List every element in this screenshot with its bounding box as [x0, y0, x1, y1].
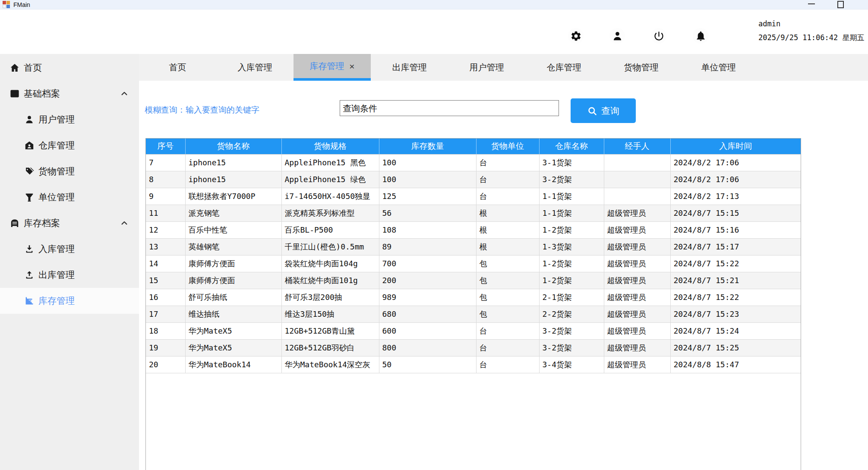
table-cell: 舒可乐3层200抽: [281, 289, 379, 306]
table-cell: 2-2货架: [539, 306, 604, 322]
table-cell: 维达抽纸: [185, 306, 281, 322]
column-header[interactable]: 序号: [146, 139, 185, 154]
table-row[interactable]: 7iphone15AppleiPhone15 黑色100台3-1货架2024/8…: [146, 154, 801, 171]
column-header[interactable]: 货物名称: [185, 139, 281, 154]
table-cell: 2024/8/7 15:24: [670, 322, 801, 339]
table-cell: 989: [379, 289, 476, 306]
table-cell: 680: [379, 306, 476, 322]
table-row[interactable]: 11派克钢笔派克精英系列标准型56根1-1货架超级管理员2024/8/7 15:…: [146, 205, 801, 221]
bell-icon[interactable]: [693, 28, 708, 44]
sidebar-item-home[interactable]: 首页: [0, 55, 139, 81]
table-cell: 56: [379, 205, 476, 221]
table-cell: 袋装红烧牛肉面104g: [281, 255, 379, 272]
chevron-up-icon[interactable]: [119, 88, 129, 99]
table-cell: 2-1货架: [539, 289, 604, 306]
tab-content: 模糊查询：输入要查询的关键字 查询 序号货物名称货物规格库存数量货物单位仓库名称…: [139, 81, 868, 470]
sidebar-item-base-archive[interactable]: 基础档案: [0, 81, 139, 107]
tab-users[interactable]: 用户管理: [448, 54, 525, 81]
table-cell: 1-2货架: [539, 255, 604, 272]
table-row[interactable]: 19华为MateX512GB+512GB羽砂白800台3-2货架超级管理员202…: [146, 339, 801, 356]
sidebar-item-units[interactable]: 单位管理: [0, 184, 139, 210]
table-row[interactable]: 20华为MateBook14华为MateBook14深空灰50台3-4货架超级管…: [146, 356, 801, 373]
tab-home[interactable]: 首页: [139, 54, 216, 81]
table-cell: 89: [379, 238, 476, 255]
sidebar-item-stock-archive[interactable]: 库存档案: [0, 210, 139, 236]
table-cell: 12: [146, 221, 185, 238]
table-cell: 20: [146, 356, 185, 373]
table-cell: 华为MateBook14深空灰: [281, 356, 379, 373]
table-cell: 200: [379, 272, 476, 289]
table-row[interactable]: 16舒可乐抽纸舒可乐3层200抽989包2-1货架超级管理员2024/8/7 1…: [146, 289, 801, 306]
table-row[interactable]: 14康师傅方便面袋装红烧牛肉面104g700包1-2货架超级管理员2024/8/…: [146, 255, 801, 272]
table-cell: 2024/8/7 15:16: [670, 221, 801, 238]
user-icon[interactable]: [609, 28, 625, 44]
sidebar-item-label: 基础档案: [24, 88, 60, 100]
sidebar-item-users[interactable]: 用户管理: [0, 107, 139, 132]
table-cell: 18: [146, 322, 185, 339]
table-cell: 包: [476, 289, 539, 306]
column-header[interactable]: 货物单位: [476, 139, 539, 154]
table-cell: iphone15: [185, 171, 281, 188]
table-header-row: 序号货物名称货物规格库存数量货物单位仓库名称经手人入库时间: [146, 139, 801, 154]
table-cell: 台: [476, 154, 539, 171]
table-row[interactable]: 9联想拯救者Y7000Pi7-14650HX-4050独显125台1-1货架20…: [146, 188, 801, 205]
table-cell: 派克精英系列标准型: [281, 205, 379, 221]
sidebar-item-label: 首页: [24, 62, 42, 74]
tab-goods[interactable]: 货物管理: [603, 54, 680, 81]
table-cell: 2024/8/7 15:22: [670, 255, 801, 272]
table-cell: 超级管理员: [604, 238, 670, 255]
sidebar-item-outbound[interactable]: 出库管理: [0, 262, 139, 288]
home-icon: [9, 63, 20, 73]
table-cell: 1-1货架: [539, 188, 604, 205]
column-header[interactable]: 仓库名称: [539, 139, 604, 154]
query-input[interactable]: [340, 100, 559, 116]
sidebar-item-warehouses[interactable]: 仓库管理: [0, 132, 139, 158]
tab-units[interactable]: 单位管理: [680, 54, 757, 81]
tab-warehouses[interactable]: 仓库管理: [525, 54, 603, 81]
query-button[interactable]: 查询: [571, 98, 636, 123]
sidebar-item-inbound[interactable]: 入库管理: [0, 236, 139, 262]
table-cell: 1-2货架: [539, 221, 604, 238]
close-icon[interactable]: ×: [349, 62, 354, 71]
maximize-button[interactable]: [837, 1, 844, 8]
tab-stock[interactable]: 库存管理×: [294, 54, 371, 81]
minimize-button[interactable]: [808, 3, 815, 4]
tab-inbound[interactable]: 入库管理: [216, 54, 294, 81]
app-header: admin 2025/9/25 11:06:42 星期五: [0, 10, 868, 54]
table-row[interactable]: 15康师傅方便面桶装红烧牛肉面101g200包1-2货架超级管理员2024/8/…: [146, 272, 801, 289]
tab-label: 单位管理: [701, 62, 736, 73]
column-header[interactable]: 经手人: [604, 139, 670, 154]
column-header[interactable]: 货物规格: [281, 139, 379, 154]
power-icon[interactable]: [651, 28, 666, 44]
sidebar-item-label: 用户管理: [38, 114, 75, 126]
tab-label: 出库管理: [392, 62, 427, 73]
table-row[interactable]: 17维达抽纸维达3层150抽680包2-2货架超级管理员2024/8/7 15:…: [146, 306, 801, 322]
table-cell: 台: [476, 322, 539, 339]
table-cell: 台: [476, 171, 539, 188]
column-header[interactable]: 库存数量: [379, 139, 476, 154]
table-cell: 100: [379, 154, 476, 171]
tab-outbound[interactable]: 出库管理: [371, 54, 448, 81]
table-cell: 台: [476, 188, 539, 205]
table-cell: 舒可乐抽纸: [185, 289, 281, 306]
tab-label: 首页: [169, 62, 186, 73]
table-row[interactable]: 12百乐中性笔百乐BL-P500108根1-2货架超级管理员2024/8/7 1…: [146, 221, 801, 238]
table-cell: 700: [379, 255, 476, 272]
table-cell: 超级管理员: [604, 221, 670, 238]
table-row[interactable]: 18华为MateX512GB+512GB青山黛600台3-2货架超级管理员202…: [146, 322, 801, 339]
table-cell: 2024/8/2 17:06: [670, 154, 801, 171]
column-header[interactable]: 入库时间: [670, 139, 801, 154]
table-cell: 1-2货架: [539, 272, 604, 289]
table-row[interactable]: 13英雄钢笔千里江山(橙色)0.5mm89根1-3货架超级管理员2024/8/7…: [146, 238, 801, 255]
table-cell: 包: [476, 306, 539, 322]
settings-icon[interactable]: [568, 28, 584, 44]
table-cell: 16: [146, 289, 185, 306]
table-cell: [604, 188, 670, 205]
table-row[interactable]: 8iphone15AppleiPhone15 绿色100台3-2货架2024/8…: [146, 171, 801, 188]
chevron-up-icon[interactable]: [119, 218, 129, 228]
main-panel: 首页入库管理库存管理×出库管理用户管理仓库管理货物管理单位管理 模糊查询：输入要…: [139, 54, 868, 470]
table-cell: 1-3货架: [539, 238, 604, 255]
table-cell: 百乐BL-P500: [281, 221, 379, 238]
sidebar-item-stock[interactable]: 库存管理: [0, 288, 139, 314]
sidebar-item-goods[interactable]: 货物管理: [0, 158, 139, 184]
